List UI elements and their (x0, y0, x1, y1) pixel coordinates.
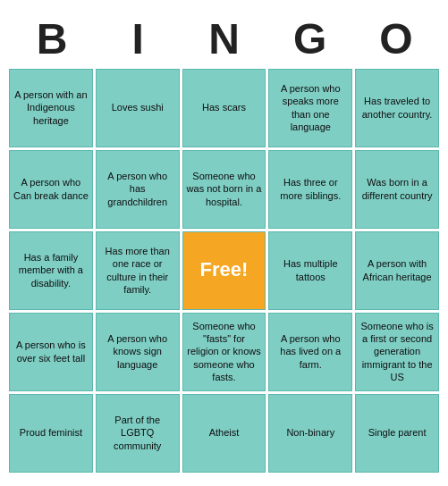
bingo-cell-text-1: Loves sushi (112, 101, 164, 113)
bingo-letter-b: B (13, 14, 91, 63)
bingo-header: BINGO (9, 14, 439, 63)
bingo-cell-1[interactable]: Loves sushi (96, 69, 180, 147)
bingo-cell-text-24: Single parent (368, 426, 427, 439)
bingo-cell-11[interactable]: Has more than one race or culture in the… (96, 231, 180, 310)
bingo-cell-12[interactable]: Free! (182, 231, 266, 310)
bingo-cell-text-11: Has more than one race or culture in the… (100, 245, 175, 296)
bingo-cell-text-2: Has scars (202, 101, 246, 113)
bingo-cell-19[interactable]: Someone who is a first or second generat… (355, 313, 439, 391)
bingo-cell-7[interactable]: Someone who was not born in a hospital. (182, 150, 266, 229)
bingo-cell-text-3: A person who speaks more than one langua… (273, 82, 348, 133)
bingo-cell-15[interactable]: A person who is over six feet tall (9, 313, 93, 391)
bingo-cell-14[interactable]: A person with African heritage (355, 231, 439, 310)
bingo-cell-24[interactable]: Single parent (355, 394, 439, 473)
bingo-cell-text-22: Atheist (209, 426, 240, 439)
bingo-cell-text-15: A person who is over six feet tall (13, 339, 89, 364)
bingo-letter-i: I (98, 14, 177, 63)
bingo-cell-16[interactable]: A person who knows sign language (96, 313, 180, 391)
bingo-cell-text-6: A person who has grandchildren (100, 170, 175, 208)
bingo-cell-text-9: Was born in a different country (359, 176, 435, 202)
bingo-cell-text-0: A person with an Indigenous heritage (13, 88, 89, 127)
bingo-cell-text-23: Non-binary (286, 426, 334, 439)
bingo-cell-text-5: A person who Can break dance (13, 176, 89, 202)
bingo-cell-17[interactable]: Someone who "fasts" for religion or know… (182, 313, 266, 391)
bingo-cell-text-19: Someone who is a first or second generat… (359, 320, 435, 383)
bingo-cell-text-7: Someone who was not born in a hospital. (187, 170, 262, 208)
bingo-cell-text-10: Has a family member with a disability. (13, 251, 89, 289)
bingo-cell-6[interactable]: A person who has grandchildren (96, 150, 180, 229)
bingo-letter-o: O (357, 14, 435, 63)
bingo-cell-text-18: A person who has lived on a farm. (273, 332, 348, 371)
bingo-cell-text-21: Part of the LGBTQ community (100, 414, 175, 452)
bingo-cell-9[interactable]: Was born in a different country (355, 150, 439, 229)
bingo-card: BINGO A person with an Indigenous herita… (0, 5, 448, 482)
bingo-cell-23[interactable]: Non-binary (268, 394, 352, 473)
bingo-cell-text-12: Free! (200, 257, 249, 283)
bingo-cell-8[interactable]: Has three or more siblings. (268, 150, 352, 229)
bingo-cell-22[interactable]: Atheist (182, 394, 266, 473)
bingo-cell-text-20: Proud feminist (20, 426, 82, 439)
bingo-cell-10[interactable]: Has a family member with a disability. (9, 231, 93, 310)
bingo-cell-20[interactable]: Proud feminist (9, 394, 93, 473)
bingo-cell-text-17: Someone who "fasts" for religion or know… (187, 320, 262, 383)
bingo-cell-18[interactable]: A person who has lived on a farm. (268, 313, 352, 391)
bingo-cell-3[interactable]: A person who speaks more than one langua… (268, 69, 352, 147)
bingo-cell-text-16: A person who knows sign language (100, 332, 175, 371)
bingo-letter-g: G (271, 14, 350, 63)
bingo-cell-0[interactable]: A person with an Indigenous heritage (9, 69, 93, 147)
bingo-letter-n: N (184, 14, 263, 63)
bingo-cell-21[interactable]: Part of the LGBTQ community (96, 394, 180, 473)
bingo-cell-5[interactable]: A person who Can break dance (9, 150, 93, 229)
bingo-cell-text-14: A person with African heritage (359, 257, 435, 283)
bingo-cell-4[interactable]: Has traveled to another country. (355, 69, 439, 147)
bingo-cell-text-8: Has three or more siblings. (273, 176, 348, 202)
bingo-cell-text-4: Has traveled to another country. (359, 95, 435, 121)
bingo-grid: A person with an Indigenous heritageLove… (9, 69, 439, 473)
bingo-cell-text-13: Has multiple tattoos (273, 257, 348, 283)
bingo-cell-13[interactable]: Has multiple tattoos (268, 231, 352, 310)
bingo-cell-2[interactable]: Has scars (182, 69, 266, 147)
